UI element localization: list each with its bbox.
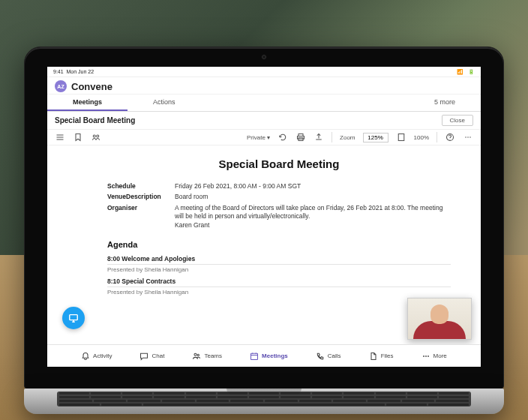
- svg-point-1: [97, 135, 99, 137]
- teams-icon: [192, 352, 201, 361]
- app-name: Convene: [71, 81, 112, 92]
- agenda-item-title: 8:00 Welcome and Apologies: [107, 255, 451, 265]
- tab-meetings[interactable]: Meetings: [47, 94, 128, 111]
- status-right: 📶 🔋: [454, 69, 475, 75]
- document-toolbar: Private ▾ Zoom 100%: [47, 130, 481, 146]
- zoom-input[interactable]: [363, 133, 388, 142]
- doc-heading: Special Board Meeting: [107, 158, 451, 170]
- organiser-label: Organiser: [107, 204, 175, 230]
- organiser-value: Karen Grant: [175, 221, 209, 229]
- video-pip[interactable]: [407, 298, 472, 340]
- bookmark-icon[interactable]: [73, 132, 83, 142]
- list-icon[interactable]: [55, 132, 65, 142]
- present-fab[interactable]: [62, 307, 85, 329]
- chat-icon: [140, 352, 148, 361]
- svg-point-9: [470, 136, 471, 138]
- bottom-nav: Activity Chat Teams Meetings Calls Files…: [47, 344, 481, 367]
- device-statusbar: 9:41 Mon Jun 22 📶 🔋: [47, 67, 481, 77]
- venue-value: Board room: [175, 193, 451, 201]
- nav-files[interactable]: Files: [369, 352, 394, 361]
- svg-rect-13: [251, 353, 258, 359]
- bell-icon: [81, 352, 90, 361]
- agenda-item-presenter: Presented by Sheila Hannigan: [107, 266, 451, 273]
- agenda-item[interactable]: 8:10 Special Contracts Presented by Shei…: [107, 278, 451, 296]
- privacy-dropdown[interactable]: Private ▾: [247, 134, 270, 141]
- overflow-icon[interactable]: [463, 132, 473, 142]
- svg-point-15: [425, 356, 427, 357]
- app-header: AZ Convene: [47, 77, 481, 94]
- calendar-icon: [250, 352, 259, 361]
- agenda-heading: Agenda: [107, 240, 451, 249]
- tablet-screen: 9:41 Mon Jun 22 📶 🔋 AZ Convene Meetings …: [47, 67, 481, 367]
- svg-point-12: [197, 354, 199, 356]
- nav-teams[interactable]: Teams: [192, 352, 222, 361]
- venue-label: VenueDescription: [107, 193, 175, 201]
- chevron-down-icon: ▾: [267, 134, 270, 141]
- zoom-label: Zoom: [340, 134, 355, 141]
- nav-chat[interactable]: Chat: [140, 352, 164, 361]
- tab-actions[interactable]: Actions: [128, 94, 201, 111]
- more-icon: [422, 352, 430, 361]
- meeting-title: Special Board Meeting: [55, 116, 135, 124]
- agenda-item-title: 8:10 Special Contracts: [107, 278, 451, 287]
- nav-activity[interactable]: Activity: [81, 352, 112, 361]
- agenda-item-presenter: Presented by Sheila Hannigan: [107, 289, 451, 296]
- meeting-description: A meeting of the Board of Directors will…: [175, 204, 442, 220]
- svg-point-11: [194, 353, 196, 356]
- meeting-titlebar: Special Board Meeting Close: [47, 112, 481, 130]
- nav-calls[interactable]: Calls: [316, 352, 341, 361]
- battery-icon: 🔋: [468, 69, 475, 74]
- export-icon[interactable]: [314, 132, 324, 142]
- svg-point-7: [465, 136, 466, 138]
- fit-page-icon[interactable]: [396, 132, 406, 142]
- refresh-icon[interactable]: [278, 132, 288, 142]
- svg-rect-10: [70, 315, 78, 320]
- present-icon: [68, 313, 79, 323]
- svg-rect-5: [398, 134, 404, 141]
- schedule-value: Friday 26 Feb 2021, 8:00 AM - 9:00 AM SG…: [175, 182, 451, 190]
- agenda-item[interactable]: 8:00 Welcome and Apologies Presented by …: [107, 255, 451, 273]
- nav-more[interactable]: More: [422, 352, 447, 361]
- user-avatar[interactable]: AZ: [55, 80, 67, 92]
- help-icon[interactable]: [445, 132, 455, 142]
- nav-meetings[interactable]: Meetings: [250, 352, 288, 361]
- svg-point-0: [93, 135, 95, 137]
- print-icon[interactable]: [296, 132, 306, 142]
- phone-icon: [316, 352, 325, 361]
- svg-point-8: [467, 136, 469, 138]
- wifi-icon: 📶: [457, 69, 464, 74]
- tab-more[interactable]: 5 more: [409, 94, 481, 111]
- svg-point-14: [423, 356, 424, 357]
- people-icon[interactable]: [91, 132, 101, 142]
- top-tabs: Meetings Actions 5 more: [47, 94, 481, 112]
- schedule-label: Schedule: [107, 182, 175, 190]
- close-button[interactable]: Close: [442, 115, 473, 126]
- svg-point-16: [428, 356, 429, 357]
- status-time: 9:41 Mon Jun 22: [53, 69, 94, 74]
- file-icon: [369, 352, 378, 361]
- zoom-100-button[interactable]: 100%: [414, 134, 429, 141]
